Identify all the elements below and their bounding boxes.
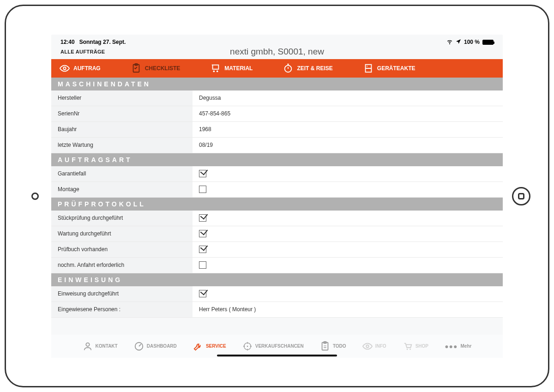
home-button-icon xyxy=(518,193,524,199)
row-label: Wartung durchgeführt xyxy=(51,226,193,241)
header: ALLE AUFTRÄGE nexti gmbh, S0001, new xyxy=(51,48,503,59)
dots-icon: ●●● xyxy=(445,343,458,350)
row-label: letzte Wartung xyxy=(51,138,193,153)
wrench-icon xyxy=(193,341,203,351)
svg-point-13 xyxy=(247,345,248,347)
section-header-pruefprotokoll: PRÜFPROTOKOLL xyxy=(51,198,503,211)
target-icon xyxy=(242,341,253,351)
nav-kontakt-label: KONTAKT xyxy=(96,344,118,349)
nav-todo[interactable]: TODO xyxy=(320,341,346,351)
table-row: letzte Wartung 08/19 xyxy=(51,138,503,153)
top-tab-bar: AUFTRAG CHECKLISTE MATERIAL ZEIT & REISE… xyxy=(51,59,503,78)
row-label: SerienNr xyxy=(51,106,193,121)
nav-info[interactable]: INFO xyxy=(362,341,386,351)
nav-service-label: SERVICE xyxy=(206,344,226,349)
tab-auftrag[interactable]: AUFTRAG xyxy=(51,59,109,78)
table-row: SerienNr 457-854-865 xyxy=(51,106,503,122)
table-row: Garantiefall xyxy=(51,166,503,182)
all-orders-link[interactable]: ALLE AUFTRÄGE xyxy=(60,49,105,54)
status-date: Sonntag 27. Sept. xyxy=(79,39,126,45)
svg-point-5 xyxy=(217,70,218,72)
person-icon xyxy=(83,341,93,351)
screen: 12:40 Sonntag 27. Sept. 100 % ALLE AUFTR… xyxy=(51,35,503,358)
bottom-nav: KONTAKT DASHBOARD SERVICE VERKAUFSCHANCE… xyxy=(51,335,503,358)
nav-kontakt[interactable]: KONTAKT xyxy=(83,341,118,351)
row-label: Stückprüfung durchgeführt xyxy=(51,211,193,226)
row-label: Einweisung durchgeführt xyxy=(51,286,193,302)
table-row: Einweisung durchgeführt xyxy=(51,286,503,302)
tab-zeit-label: ZEIT & REISE xyxy=(297,65,332,72)
status-bar: 12:40 Sonntag 27. Sept. 100 % xyxy=(51,35,503,48)
svg-point-17 xyxy=(406,349,408,350)
tab-geraeteakte-label: GERÄTEAKTE xyxy=(377,65,416,72)
checkbox-montage[interactable] xyxy=(199,186,206,193)
eye-icon xyxy=(362,341,373,351)
tab-auftrag-label: AUFTRAG xyxy=(73,65,101,72)
svg-point-9 xyxy=(367,66,367,66)
svg-point-18 xyxy=(409,349,411,350)
wifi-icon xyxy=(446,38,453,46)
todo-icon xyxy=(320,341,330,351)
tab-geraeteakte[interactable]: GERÄTEAKTE xyxy=(355,59,424,78)
tab-material-label: MATERIAL xyxy=(224,65,253,72)
row-value: 08/19 xyxy=(193,138,503,153)
nav-shop-label: SHOP xyxy=(416,344,428,349)
svg-point-16 xyxy=(366,345,369,348)
row-value: Degussa xyxy=(193,90,503,106)
checkbox-stueckpruefung[interactable] xyxy=(199,214,206,222)
table-row: nochm. Anfahrt erforderlich xyxy=(51,258,503,273)
gauge-icon xyxy=(134,341,144,351)
table-row: Wartung durchgeführt xyxy=(51,226,503,242)
checkbox-wartung[interactable] xyxy=(199,230,206,237)
svg-rect-3 xyxy=(213,65,219,69)
checkbox-garantiefall[interactable] xyxy=(199,170,206,177)
row-value: Herr Peters ( Monteur ) xyxy=(193,302,503,317)
svg-point-4 xyxy=(213,70,215,72)
tab-zeit[interactable]: ZEIT & REISE xyxy=(275,59,341,78)
svg-point-10 xyxy=(86,343,89,346)
battery-percent: 100 % xyxy=(464,39,480,45)
nav-service[interactable]: SERVICE xyxy=(193,341,226,351)
row-label: Baujahr xyxy=(51,122,193,137)
tablet-frame: 12:40 Sonntag 27. Sept. 100 % ALLE AUFTR… xyxy=(5,5,549,387)
shop-cart-icon xyxy=(403,341,413,351)
nav-shop[interactable]: SHOP xyxy=(403,341,428,351)
camera-icon xyxy=(31,193,39,200)
page-title: nexti gmbh, S0001, new xyxy=(230,47,324,57)
status-time: 12:40 xyxy=(60,39,75,45)
checkbox-anfahrt[interactable] xyxy=(199,261,206,269)
home-button[interactable] xyxy=(512,187,530,205)
section-header-auftragsart: AUFTRAGSART xyxy=(51,153,503,166)
table-row: Baujahr 1968 xyxy=(51,122,503,138)
nav-verkaufschancen[interactable]: VERKAUFSCHANCEN xyxy=(242,341,304,351)
checkbox-einweisung[interactable] xyxy=(199,290,206,297)
checkbox-pruefbuch[interactable] xyxy=(199,246,206,253)
row-label: Prüfbuch vorhanden xyxy=(51,242,193,257)
tab-material[interactable]: MATERIAL xyxy=(202,59,261,78)
table-row: Montage xyxy=(51,182,503,198)
tab-checkliste[interactable]: CHECKLISTE xyxy=(123,59,189,78)
section-header-maschinendaten: MASCHINENDATEN xyxy=(51,78,503,90)
nav-todo-label: TODO xyxy=(333,344,346,349)
nav-mehr-label: Mehr xyxy=(461,344,472,349)
row-label: nochm. Anfahrt erforderlich xyxy=(51,258,193,273)
eye-icon xyxy=(60,63,70,73)
row-label: Garantiefall xyxy=(51,166,193,181)
home-indicator[interactable] xyxy=(217,355,337,356)
table-row: Stückprüfung durchgeführt xyxy=(51,211,503,226)
row-value: 457-854-865 xyxy=(193,106,503,121)
table-row: Hersteller Degussa xyxy=(51,90,503,106)
nav-mehr[interactable]: ●●● Mehr xyxy=(445,343,471,350)
svg-point-0 xyxy=(63,67,66,70)
nav-info-label: INFO xyxy=(375,344,386,349)
clipboard-icon xyxy=(131,63,141,73)
row-value: 1968 xyxy=(193,122,503,137)
table-row: Prüfbuch vorhanden xyxy=(51,242,503,258)
location-icon xyxy=(456,39,461,46)
row-label: Montage xyxy=(51,182,193,197)
nav-dashboard[interactable]: DASHBOARD xyxy=(134,341,177,351)
row-label: Hersteller xyxy=(51,90,193,106)
section-header-einweisung: EINWEISUNG xyxy=(51,273,503,286)
table-row: Eingewiesene Personen : Herr Peters ( Mo… xyxy=(51,302,503,318)
tab-checkliste-label: CHECKLISTE xyxy=(145,65,181,72)
